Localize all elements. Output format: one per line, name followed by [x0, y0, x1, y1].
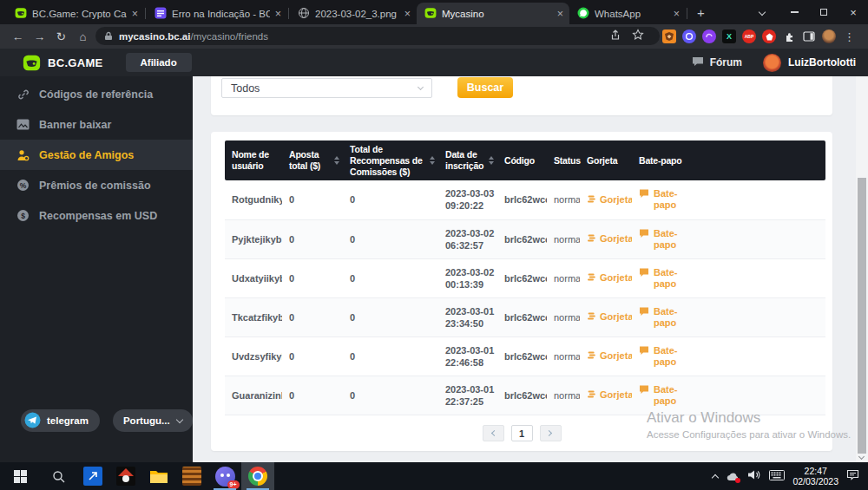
adblock-extension-icon[interactable]: ABP — [742, 29, 756, 43]
scrollbar-thumb[interactable] — [858, 178, 866, 454]
browser-menu-icon[interactable]: ⋮ — [844, 30, 855, 43]
back-button[interactable]: ← — [7, 30, 29, 43]
clock-date: 02/03/2023 — [792, 476, 838, 487]
tab-png-image[interactable]: 2023-03-02_3.png (1024×76 × — [290, 3, 417, 24]
chat-bubble-icon — [639, 267, 649, 278]
cell-chat: Bate-papo — [632, 258, 825, 297]
sidebar-item-banner-download[interactable]: Banner baixar — [0, 109, 193, 140]
tip-button[interactable]: Gorjeta — [587, 194, 632, 205]
volume-icon[interactable] — [747, 468, 761, 484]
start-button[interactable] — [0, 462, 40, 490]
site-header: BC.GAME Afiliado Fórum LuizBortolotti — [0, 49, 868, 76]
column-header-commission[interactable]: Total de Recompensas de Comissões ($) — [343, 140, 438, 180]
sidebar-item-commission-rewards[interactable]: % Prêmios de comissão — [0, 170, 193, 200]
share-icon[interactable] — [609, 29, 621, 44]
keyboard-icon[interactable] — [769, 468, 785, 484]
search-button[interactable]: Buscar — [457, 77, 513, 98]
windows-logo-icon — [14, 470, 27, 483]
address-bar[interactable]: mycasino.bc.ai/mycasino/friends — [95, 27, 660, 45]
user-avatar[interactable] — [763, 54, 781, 72]
tab-close-icon[interactable]: × — [674, 8, 680, 20]
purple-extension-icon[interactable] — [702, 29, 716, 43]
tab-close-icon[interactable]: × — [557, 8, 563, 20]
metamask-extension-icon[interactable] — [662, 29, 676, 43]
bookmark-star-icon[interactable] — [632, 29, 644, 44]
tab-separator — [145, 8, 146, 19]
chat-button[interactable]: Bate-papo — [639, 345, 683, 368]
chat-button[interactable]: Bate-papo — [639, 384, 683, 407]
taskbar-app-game[interactable] — [109, 462, 142, 490]
side-panel-icon[interactable] — [802, 29, 816, 43]
column-header-bet[interactable]: Aposta total ($) — [282, 140, 343, 180]
sidebar-item-referral-codes[interactable]: Códigos de referência — [0, 79, 193, 109]
cell-bet: 0 — [282, 376, 343, 415]
friend-type-select[interactable]: Todos — [221, 78, 432, 98]
wallet-extension-icon[interactable] — [682, 29, 696, 43]
minimize-button[interactable] — [779, 0, 809, 24]
puzzle-extensions-icon[interactable] — [782, 29, 796, 43]
cell-date: 2023-03-0123:34:50 — [438, 297, 497, 336]
chevron-down-icon — [759, 9, 766, 16]
prev-page-button[interactable] — [483, 425, 504, 441]
tab-separator — [288, 8, 289, 19]
tab-close-icon[interactable]: × — [404, 8, 411, 20]
tip-button[interactable]: Gorjeta — [587, 350, 632, 361]
sort-icons[interactable] — [489, 156, 494, 165]
tip-button[interactable]: Gorjeta — [587, 389, 632, 400]
chat-button[interactable]: Bate-papo — [639, 306, 683, 329]
home-button[interactable]: ⌂ — [72, 30, 94, 43]
tab-mycasino-active[interactable]: Mycasino × — [417, 3, 569, 24]
current-page-button[interactable]: 1 — [511, 425, 533, 441]
new-tab-button[interactable]: + — [697, 5, 705, 20]
taskbar-chrome[interactable] — [241, 462, 274, 490]
tab-bcgame-casino[interactable]: BC.Game: Crypto Casino Gam × — [7, 3, 144, 24]
taskbar-file-explorer[interactable] — [142, 462, 175, 490]
next-page-button[interactable] — [540, 425, 562, 441]
page-scrollbar[interactable] — [856, 76, 868, 462]
browser-profile-avatar[interactable] — [822, 29, 836, 43]
telegram-button[interactable]: telegram — [21, 409, 100, 432]
sort-icons[interactable] — [430, 156, 435, 165]
tab-search-button[interactable] — [748, 0, 776, 24]
column-header-date[interactable]: Data de inscrição — [438, 140, 497, 180]
language-selector[interactable]: Portugu... — [113, 409, 193, 432]
taskbar-app-orange[interactable] — [175, 462, 208, 490]
tip-button[interactable]: Gorjeta — [587, 311, 632, 322]
affiliate-nav-button[interactable]: Afiliado — [126, 53, 192, 72]
tab-erro-indicacao[interactable]: Erro na Indicação - BC.Game × — [147, 3, 287, 24]
scrollbar-down-arrow[interactable] — [858, 454, 865, 460]
cell-commission: 0 — [343, 297, 438, 336]
username-label[interactable]: LuizBortolotti — [788, 56, 856, 69]
taskbar-search-button[interactable] — [40, 462, 76, 490]
tip-button[interactable]: Gorjeta — [587, 233, 632, 244]
tab-whatsapp[interactable]: WhatsApp × — [569, 3, 686, 24]
action-center-icon[interactable] — [846, 468, 859, 484]
chat-button[interactable]: Bate-papo — [639, 228, 683, 251]
chat-button[interactable]: Bate-papo — [639, 267, 683, 290]
tab-close-icon[interactable]: × — [275, 8, 281, 20]
cell-code: brlc62wccl5 — [497, 376, 547, 415]
cell-date: 2023-03-0122:46:58 — [438, 336, 497, 376]
sidebar-item-label: Gestão de Amigos — [39, 149, 134, 161]
close-window-button[interactable]: × — [838, 0, 868, 24]
tip-button[interactable]: Gorjeta — [587, 272, 632, 283]
bcgame-logo[interactable]: BC.GAME — [23, 54, 103, 72]
taskbar-app-messenger[interactable]: 9+ — [208, 462, 241, 490]
chevron-down-icon — [418, 84, 424, 90]
forward-button[interactable]: → — [29, 30, 50, 43]
sidebar-item-usd-rewards[interactable]: $ Recompensas em USD — [0, 200, 193, 231]
x-extension-icon[interactable]: X — [722, 29, 736, 43]
taskbar-clock[interactable]: 22:47 02/03/2023 — [792, 466, 838, 487]
maximize-button[interactable] — [809, 0, 838, 24]
sidebar-item-friends-management[interactable]: Gestão de Amigos — [0, 140, 193, 170]
network-status-icon[interactable] — [726, 471, 740, 482]
blocker-extension-icon[interactable] — [762, 29, 776, 43]
chat-button[interactable]: Bate-papo — [639, 188, 683, 211]
sort-icons[interactable] — [334, 156, 339, 165]
friends-table: Nome de usuário Aposta total ($) Total d… — [225, 140, 825, 415]
tray-expand-icon[interactable] — [712, 474, 719, 480]
taskbar-app-remote[interactable] — [76, 462, 109, 490]
tab-close-icon[interactable]: × — [132, 8, 138, 20]
refresh-button[interactable]: ↻ — [50, 29, 72, 43]
forum-link[interactable]: Fórum — [692, 55, 742, 70]
